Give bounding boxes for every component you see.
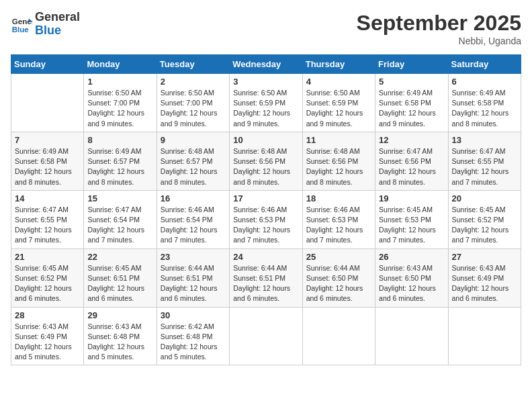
day-number: 17 (233, 193, 298, 203)
day-info: Sunrise: 6:44 AM Sunset: 6:51 PM Dayligh… (161, 263, 226, 304)
calendar-table: SundayMondayTuesdayWednesdayThursdayFrid… (11, 54, 521, 365)
day-number: 24 (233, 252, 298, 262)
day-number: 29 (87, 310, 152, 320)
calendar-cell: 30Sunrise: 6:42 AM Sunset: 6:48 PM Dayli… (157, 307, 229, 365)
day-info: Sunrise: 6:42 AM Sunset: 6:48 PM Dayligh… (161, 322, 226, 363)
week-row-3: 14Sunrise: 6:47 AM Sunset: 6:55 PM Dayli… (11, 190, 521, 248)
day-number: 3 (233, 77, 298, 87)
calendar-cell: 14Sunrise: 6:47 AM Sunset: 6:55 PM Dayli… (11, 190, 84, 248)
day-info: Sunrise: 6:45 AM Sunset: 6:51 PM Dayligh… (87, 263, 152, 304)
day-number: 21 (15, 252, 80, 262)
calendar-cell: 21Sunrise: 6:45 AM Sunset: 6:52 PM Dayli… (11, 248, 84, 307)
day-info: Sunrise: 6:44 AM Sunset: 6:51 PM Dayligh… (233, 263, 298, 304)
calendar-cell (230, 307, 302, 365)
day-info: Sunrise: 6:50 AM Sunset: 7:00 PM Dayligh… (87, 88, 152, 129)
calendar-cell: 15Sunrise: 6:47 AM Sunset: 6:54 PM Dayli… (84, 190, 157, 248)
calendar-cell: 7Sunrise: 6:49 AM Sunset: 6:58 PM Daylig… (11, 132, 84, 190)
header-tuesday: Tuesday (157, 55, 229, 74)
day-number: 16 (161, 193, 226, 203)
header-wednesday: Wednesday (230, 55, 302, 74)
location-subtitle: Nebbi, Uganda (357, 36, 521, 46)
calendar-cell (448, 307, 521, 365)
calendar-cell (11, 74, 84, 132)
day-info: Sunrise: 6:43 AM Sunset: 6:50 PM Dayligh… (379, 263, 444, 304)
calendar-cell: 11Sunrise: 6:48 AM Sunset: 6:56 PM Dayli… (302, 132, 375, 190)
calendar-cell: 16Sunrise: 6:46 AM Sunset: 6:54 PM Dayli… (157, 190, 229, 248)
day-info: Sunrise: 6:49 AM Sunset: 6:58 PM Dayligh… (15, 146, 80, 187)
logo-icon: General Blue (11, 13, 32, 35)
day-info: Sunrise: 6:43 AM Sunset: 6:49 PM Dayligh… (452, 263, 517, 304)
calendar-cell: 17Sunrise: 6:46 AM Sunset: 6:53 PM Dayli… (230, 190, 302, 248)
logo: General Blue General Blue (11, 11, 80, 38)
day-number: 25 (306, 252, 371, 262)
svg-text:Blue: Blue (12, 26, 30, 34)
day-number: 18 (306, 193, 371, 203)
calendar-cell: 9Sunrise: 6:48 AM Sunset: 6:57 PM Daylig… (157, 132, 229, 190)
calendar-cell: 26Sunrise: 6:43 AM Sunset: 6:50 PM Dayli… (375, 248, 448, 307)
day-number: 1 (87, 77, 152, 87)
day-number: 5 (379, 77, 444, 87)
day-info: Sunrise: 6:44 AM Sunset: 6:50 PM Dayligh… (306, 263, 371, 304)
calendar-cell: 2Sunrise: 6:50 AM Sunset: 7:00 PM Daylig… (157, 74, 229, 132)
month-title: September 2025 (357, 11, 521, 36)
calendar-cell: 28Sunrise: 6:43 AM Sunset: 6:49 PM Dayli… (11, 307, 84, 365)
week-row-2: 7Sunrise: 6:49 AM Sunset: 6:58 PM Daylig… (11, 132, 521, 190)
day-number: 23 (161, 252, 226, 262)
header-friday: Friday (375, 55, 448, 74)
day-info: Sunrise: 6:49 AM Sunset: 6:58 PM Dayligh… (379, 88, 444, 129)
day-info: Sunrise: 6:48 AM Sunset: 6:57 PM Dayligh… (161, 146, 226, 187)
calendar-cell: 8Sunrise: 6:49 AM Sunset: 6:57 PM Daylig… (84, 132, 157, 190)
day-number: 4 (306, 77, 371, 87)
day-number: 14 (15, 193, 80, 203)
calendar-cell: 27Sunrise: 6:43 AM Sunset: 6:49 PM Dayli… (448, 248, 521, 307)
calendar-cell: 6Sunrise: 6:49 AM Sunset: 6:58 PM Daylig… (448, 74, 521, 132)
title-block: September 2025 Nebbi, Uganda (357, 11, 521, 46)
calendar-cell: 12Sunrise: 6:47 AM Sunset: 6:56 PM Dayli… (375, 132, 448, 190)
day-number: 26 (379, 252, 444, 262)
calendar-cell: 4Sunrise: 6:50 AM Sunset: 6:59 PM Daylig… (302, 74, 375, 132)
day-info: Sunrise: 6:48 AM Sunset: 6:56 PM Dayligh… (233, 146, 298, 187)
day-info: Sunrise: 6:50 AM Sunset: 6:59 PM Dayligh… (306, 88, 371, 129)
day-info: Sunrise: 6:47 AM Sunset: 6:54 PM Dayligh… (87, 205, 152, 246)
day-number: 20 (452, 193, 517, 203)
week-row-5: 28Sunrise: 6:43 AM Sunset: 6:49 PM Dayli… (11, 307, 521, 365)
day-number: 12 (379, 135, 444, 145)
week-row-1: 1Sunrise: 6:50 AM Sunset: 7:00 PM Daylig… (11, 74, 521, 132)
page-header: General Blue General Blue September 2025… (11, 11, 521, 46)
day-info: Sunrise: 6:47 AM Sunset: 6:55 PM Dayligh… (15, 205, 80, 246)
day-number: 2 (161, 77, 226, 87)
calendar-cell: 10Sunrise: 6:48 AM Sunset: 6:56 PM Dayli… (230, 132, 302, 190)
calendar-cell: 13Sunrise: 6:47 AM Sunset: 6:55 PM Dayli… (448, 132, 521, 190)
day-info: Sunrise: 6:43 AM Sunset: 6:49 PM Dayligh… (15, 322, 80, 363)
day-number: 10 (233, 135, 298, 145)
day-info: Sunrise: 6:45 AM Sunset: 6:52 PM Dayligh… (452, 205, 517, 246)
day-number: 27 (452, 252, 517, 262)
calendar-cell: 18Sunrise: 6:46 AM Sunset: 6:53 PM Dayli… (302, 190, 375, 248)
day-info: Sunrise: 6:50 AM Sunset: 7:00 PM Dayligh… (161, 88, 226, 129)
day-number: 8 (87, 135, 152, 145)
calendar-cell (302, 307, 375, 365)
header-monday: Monday (84, 55, 157, 74)
day-number: 6 (452, 77, 517, 87)
day-number: 30 (161, 310, 226, 320)
calendar-cell: 3Sunrise: 6:50 AM Sunset: 6:59 PM Daylig… (230, 74, 302, 132)
day-info: Sunrise: 6:46 AM Sunset: 6:53 PM Dayligh… (306, 205, 371, 246)
logo-general: General (35, 10, 80, 24)
day-number: 11 (306, 135, 371, 145)
day-info: Sunrise: 6:45 AM Sunset: 6:52 PM Dayligh… (15, 263, 80, 304)
calendar-cell: 1Sunrise: 6:50 AM Sunset: 7:00 PM Daylig… (84, 74, 157, 132)
logo-text: General Blue (35, 11, 80, 38)
day-info: Sunrise: 6:46 AM Sunset: 6:54 PM Dayligh… (161, 205, 226, 246)
day-info: Sunrise: 6:47 AM Sunset: 6:55 PM Dayligh… (452, 146, 517, 187)
calendar-cell: 29Sunrise: 6:43 AM Sunset: 6:48 PM Dayli… (84, 307, 157, 365)
weekday-header-row: SundayMondayTuesdayWednesdayThursdayFrid… (11, 55, 521, 74)
day-number: 7 (15, 135, 80, 145)
day-info: Sunrise: 6:46 AM Sunset: 6:53 PM Dayligh… (233, 205, 298, 246)
day-number: 15 (87, 193, 152, 203)
calendar-cell: 20Sunrise: 6:45 AM Sunset: 6:52 PM Dayli… (448, 190, 521, 248)
day-info: Sunrise: 6:50 AM Sunset: 6:59 PM Dayligh… (233, 88, 298, 129)
day-number: 19 (379, 193, 444, 203)
header-thursday: Thursday (302, 55, 375, 74)
day-number: 28 (15, 310, 80, 320)
day-info: Sunrise: 6:45 AM Sunset: 6:53 PM Dayligh… (379, 205, 444, 246)
